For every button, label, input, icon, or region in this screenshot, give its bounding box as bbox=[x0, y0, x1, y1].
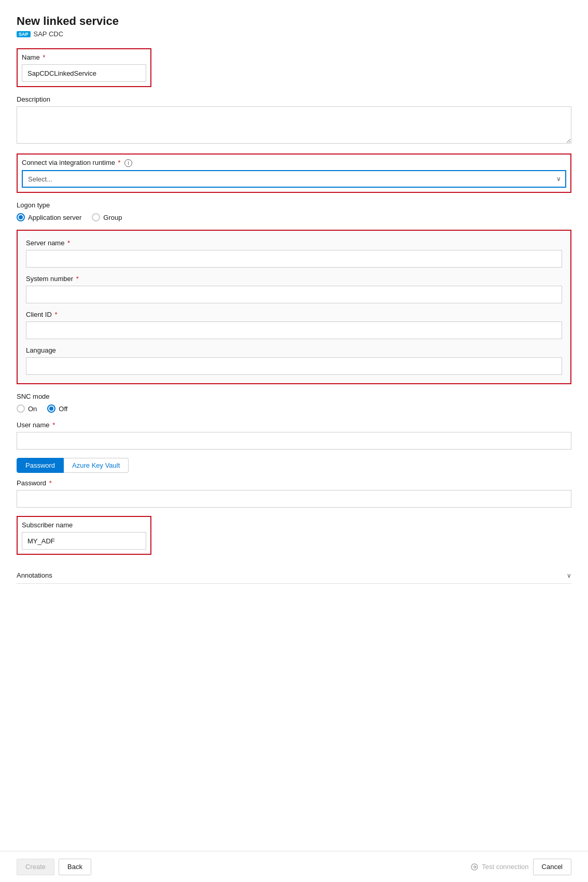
system-number-required: * bbox=[74, 275, 79, 283]
snc-mode-label: SNC mode bbox=[17, 393, 571, 400]
system-number-input[interactable] bbox=[26, 286, 562, 303]
system-number-label: System number * bbox=[26, 275, 562, 283]
name-label: Name * bbox=[22, 53, 146, 61]
name-input[interactable] bbox=[22, 64, 146, 82]
server-fields-box: Server name * System number * Client ID … bbox=[17, 230, 571, 384]
user-name-input[interactable] bbox=[17, 432, 571, 450]
name-field-box: Name * bbox=[17, 48, 151, 87]
logon-type-radio-group: Application server Group bbox=[17, 213, 571, 221]
main-content: New linked service SAP SAP CDC Name * De… bbox=[0, 0, 588, 851]
server-name-label: Server name * bbox=[26, 239, 562, 247]
user-name-label: User name * bbox=[17, 421, 571, 429]
sap-service-label: SAP CDC bbox=[34, 30, 64, 38]
language-group: Language bbox=[26, 346, 562, 375]
user-name-section: User name * bbox=[17, 421, 571, 450]
logon-group-radio[interactable] bbox=[92, 213, 100, 221]
logon-group-label: Group bbox=[103, 214, 122, 221]
description-textarea[interactable] bbox=[17, 106, 571, 144]
password-section: Password * bbox=[17, 479, 571, 508]
cancel-button[interactable]: Cancel bbox=[533, 859, 571, 875]
azure-key-vault-tab-button[interactable]: Azure Key Vault bbox=[64, 458, 129, 473]
password-tab-button[interactable]: Password bbox=[17, 458, 64, 473]
subscriber-red-box: Subscriber name bbox=[17, 516, 151, 555]
runtime-box: Connect via integration runtime * i Sele… bbox=[17, 153, 571, 193]
annotations-section: Annotations ∨ bbox=[17, 571, 571, 584]
description-label: Description bbox=[17, 95, 571, 103]
test-connection-button[interactable]: Test connection bbox=[470, 863, 528, 871]
name-required-star: * bbox=[41, 53, 46, 61]
snc-off-radio[interactable] bbox=[47, 404, 55, 413]
logon-application-server-label: Application server bbox=[28, 214, 81, 221]
logon-application-server-option[interactable]: Application server bbox=[17, 213, 81, 221]
server-name-group: Server name * bbox=[26, 239, 562, 268]
snc-on-option[interactable]: On bbox=[17, 404, 37, 413]
subscriber-name-label: Subscriber name bbox=[22, 521, 146, 529]
password-tab-group: Password Azure Key Vault bbox=[17, 458, 571, 473]
password-input[interactable] bbox=[17, 490, 571, 508]
logon-group-option[interactable]: Group bbox=[92, 213, 122, 221]
page-title: New linked service bbox=[17, 15, 571, 28]
footer-bar: Create Back Test connection Cancel bbox=[0, 851, 588, 882]
server-name-input[interactable] bbox=[26, 250, 562, 268]
runtime-info-icon: i bbox=[124, 159, 132, 167]
snc-on-label: On bbox=[28, 405, 37, 413]
system-number-group: System number * bbox=[26, 275, 562, 303]
snc-off-label: Off bbox=[59, 405, 67, 413]
logon-type-section: Logon type Application server Group bbox=[17, 201, 571, 221]
test-connection-icon bbox=[470, 863, 479, 871]
create-button[interactable]: Create bbox=[17, 859, 54, 875]
subscriber-section: Subscriber name bbox=[17, 516, 571, 563]
sap-logo: SAP bbox=[17, 31, 31, 37]
logon-type-label: Logon type bbox=[17, 201, 571, 209]
snc-on-radio[interactable] bbox=[17, 404, 25, 413]
subscriber-name-input[interactable] bbox=[22, 532, 146, 550]
client-id-group: Client ID * bbox=[26, 311, 562, 339]
runtime-required-star: * bbox=[116, 159, 121, 166]
page-container: New linked service SAP SAP CDC Name * De… bbox=[0, 0, 588, 882]
description-group: Description bbox=[17, 95, 571, 145]
logon-application-server-radio[interactable] bbox=[17, 213, 25, 221]
client-id-required: * bbox=[53, 311, 58, 318]
runtime-select-wrapper: Select... ∨ bbox=[22, 170, 566, 188]
runtime-label: Connect via integration runtime * i bbox=[22, 159, 566, 167]
user-name-required: * bbox=[51, 421, 55, 429]
footer-right: Test connection Cancel bbox=[470, 859, 571, 875]
language-input[interactable] bbox=[26, 357, 562, 375]
client-id-input[interactable] bbox=[26, 321, 562, 339]
client-id-label: Client ID * bbox=[26, 311, 562, 318]
back-button[interactable]: Back bbox=[59, 859, 91, 875]
sap-badge: SAP SAP CDC bbox=[17, 30, 571, 38]
password-label: Password * bbox=[17, 479, 571, 487]
annotations-label: Annotations bbox=[17, 571, 52, 579]
snc-off-option[interactable]: Off bbox=[47, 404, 67, 413]
server-name-required: * bbox=[65, 239, 70, 247]
password-required: * bbox=[47, 479, 52, 487]
runtime-select[interactable]: Select... bbox=[22, 170, 566, 188]
snc-radio-group: On Off bbox=[17, 404, 571, 413]
annotations-chevron-icon[interactable]: ∨ bbox=[567, 572, 571, 579]
snc-mode-section: SNC mode On Off bbox=[17, 393, 571, 413]
language-label: Language bbox=[26, 346, 562, 354]
